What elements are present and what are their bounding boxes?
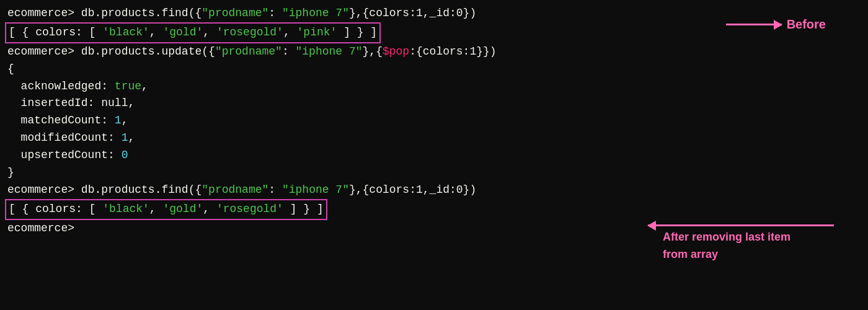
after-annotation: After removing last itemfrom array: [648, 224, 834, 265]
command-line: ecommerce> db.products.find({"prodname":…: [7, 182, 861, 199]
code-token: ,: [203, 203, 216, 215]
code-token: 1: [115, 114, 122, 126]
code-token: ecommerce>: [7, 222, 81, 234]
command-line: ecommerce> db.products.update({"prodname…: [7, 43, 861, 61]
code-token: :1,: [409, 184, 429, 196]
output-line: matchedCount: 1,: [7, 112, 861, 130]
code-token: "iphone 7": [282, 7, 349, 19]
code-token: ,: [122, 114, 128, 126]
code-token: ,: [283, 26, 297, 38]
code-token: :1,: [409, 7, 429, 19]
output-line: [ { colors: [ 'black', 'gold', 'rosegold…: [7, 199, 861, 220]
output-line: insertedId: null,: [7, 95, 861, 112]
code-token: _id: [430, 7, 450, 19]
after-arrow: [648, 224, 834, 226]
code-token: ,: [203, 26, 216, 38]
after-label: After removing last itemfrom array: [658, 228, 795, 265]
code-token: ] } ]: [337, 26, 377, 38]
before-label: Before: [782, 14, 831, 35]
code-token: ,: [149, 26, 163, 38]
code-token: 'rosegold': [216, 26, 283, 38]
code-token: }: [7, 166, 14, 179]
code-token: 'black': [102, 26, 149, 38]
code-token: colors: [369, 184, 409, 196]
output-line: acknowledged: true,: [7, 78, 861, 95]
output-line: modifiedCount: 1,: [7, 130, 861, 147]
code-token: },{: [363, 45, 383, 58]
code-token: :0}): [450, 184, 476, 196]
code-token: ] } ]: [283, 203, 324, 215]
code-token: db.products.find(: [81, 184, 195, 196]
code-token: [ { colors: [: [9, 203, 102, 215]
code-token: 'gold': [162, 26, 203, 38]
before-annotation: Before: [726, 14, 831, 35]
code-token: 'rosegold': [216, 203, 283, 215]
code-token: ecommerce>: [7, 184, 81, 196]
output-line: }: [7, 164, 861, 182]
output-line: upsertedCount: 0: [7, 147, 861, 164]
result-before-box: [ { colors: [ 'black', 'gold', 'rosegold…: [5, 22, 381, 43]
code-token: true: [115, 80, 141, 92]
code-token: acknowledged:: [7, 80, 115, 92]
code-token: },{: [349, 184, 369, 196]
code-token: {: [195, 7, 202, 19]
output-line: {: [7, 61, 861, 78]
code-token: [ { colors: [: [9, 26, 102, 38]
result-after-box: [ { colors: [ 'black', 'gold', 'rosegold…: [5, 199, 327, 220]
code-token: "prodname": [215, 45, 282, 58]
code-token: {: [7, 63, 14, 75]
code-token: :0}): [450, 7, 476, 19]
code-token: ecommerce>: [7, 7, 81, 19]
code-token: ,: [141, 80, 148, 92]
code-token: modifiedCount:: [7, 131, 122, 144]
code-token: $pop: [383, 45, 409, 58]
code-token: upsertedCount:: [7, 149, 122, 161]
code-token: 'gold': [162, 203, 203, 215]
code-token: null: [101, 97, 128, 109]
before-arrow: [726, 24, 782, 25]
code-token: :: [268, 7, 282, 19]
code-token: colors: [369, 7, 409, 19]
code-token: "prodname": [202, 184, 268, 196]
code-token: 'black': [102, 203, 149, 215]
code-token: 'pink': [297, 26, 337, 38]
code-token: "iphone 7": [296, 45, 363, 58]
code-token: insertedId:: [7, 97, 101, 109]
code-token: },{: [349, 7, 369, 19]
code-token: 1: [122, 131, 128, 144]
code-token: :: [268, 184, 282, 196]
code-token: 0: [122, 149, 128, 161]
code-token: colors: [423, 45, 463, 58]
code-token: matchedCount:: [7, 114, 115, 126]
code-token: "prodname": [202, 7, 268, 19]
code-token: db.products.update(: [81, 45, 208, 58]
terminal: ecommerce> db.products.find({"prodname":…: [0, 0, 868, 310]
code-token: db.products.find(: [81, 7, 195, 19]
code-token: :: [282, 45, 296, 58]
code-token: ,: [128, 131, 135, 144]
code-token: ,: [149, 203, 163, 215]
code-token: _id: [430, 184, 450, 196]
code-token: ecommerce>: [7, 45, 81, 58]
code-token: :{: [409, 45, 423, 58]
code-token: {: [195, 184, 202, 196]
code-token: :1}}): [463, 45, 497, 58]
code-token: ,: [128, 97, 135, 109]
code-token: {: [208, 45, 215, 58]
code-token: "iphone 7": [282, 184, 349, 196]
